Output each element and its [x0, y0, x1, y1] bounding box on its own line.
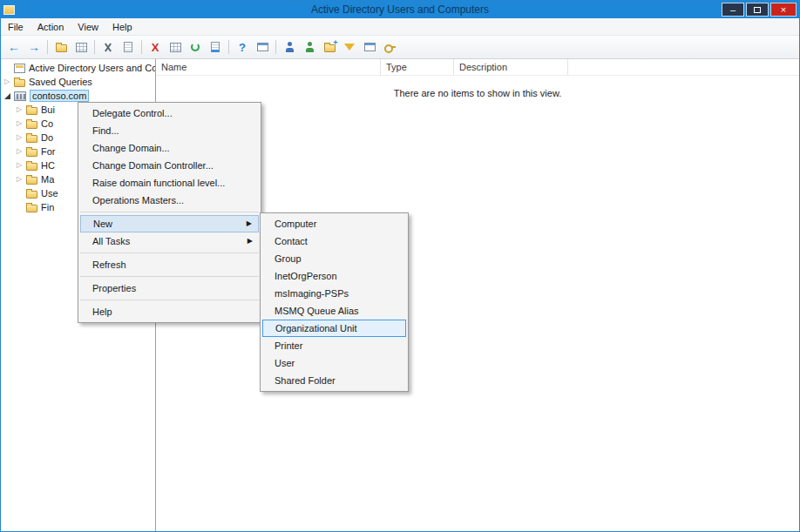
- submenu-item-computer[interactable]: Computer: [262, 215, 406, 232]
- chevron-right-icon[interactable]: ▷: [17, 162, 26, 169]
- tree-item-label: Co: [41, 118, 53, 129]
- restore-icon: [754, 7, 761, 13]
- submenu-item-msmq-queue-alias[interactable]: MSMQ Queue Alias: [262, 302, 406, 320]
- folder-icon: [26, 177, 37, 185]
- menu-view[interactable]: View: [71, 18, 105, 35]
- submenu-item-contact[interactable]: Contact: [262, 232, 406, 250]
- menu-help[interactable]: Help: [105, 18, 139, 35]
- list-view-button[interactable]: [166, 37, 185, 57]
- back-icon: ←: [8, 41, 20, 53]
- menu-file[interactable]: File: [1, 18, 31, 35]
- delete-button[interactable]: X: [146, 37, 165, 57]
- new-submenu: Computer Contact Group InetOrgPerson msI…: [260, 212, 409, 392]
- submenu-item-msimaging-psps[interactable]: msImaging-PSPs: [262, 285, 406, 302]
- minimize-icon: –: [730, 5, 736, 15]
- console-tree-button[interactable]: [71, 37, 91, 57]
- close-icon: ×: [781, 5, 786, 15]
- refresh-button[interactable]: [186, 37, 205, 57]
- chevron-right-icon[interactable]: ▷: [17, 134, 26, 141]
- list-view-icon: [170, 43, 181, 52]
- tree-item-label: Use: [41, 188, 58, 199]
- toolbar-separator: [275, 40, 276, 54]
- menu-item-find[interactable]: Find...: [80, 122, 259, 139]
- submenu-item-organizational-unit[interactable]: Organizational Unit: [262, 320, 406, 337]
- folder-icon: [14, 79, 25, 87]
- folder-icon: [26, 121, 37, 129]
- menu-item-change-domain-controller[interactable]: Change Domain Controller...: [80, 157, 259, 174]
- chevron-expanded-icon[interactable]: [4, 93, 10, 99]
- tree-item-root[interactable]: Active Directory Users and Com: [1, 61, 155, 75]
- submenu-arrow-icon: ▶: [247, 216, 252, 232]
- new-window-button[interactable]: [253, 37, 272, 57]
- chevron-right-icon[interactable]: ▷: [17, 106, 26, 113]
- new-ou-icon: [324, 44, 336, 52]
- chevron-right-icon[interactable]: ▷: [17, 120, 26, 127]
- close-button[interactable]: ×: [770, 3, 797, 17]
- submenu-item-shared-folder[interactable]: Shared Folder: [262, 372, 406, 389]
- menu-item-change-domain[interactable]: Change Domain...: [80, 139, 259, 157]
- refresh-icon: [191, 43, 200, 51]
- view-windows-button[interactable]: [360, 37, 379, 57]
- help-icon: ?: [239, 42, 246, 53]
- tree-item-label: HC: [41, 160, 55, 171]
- menu-separator: [80, 276, 259, 277]
- filter-button[interactable]: [340, 37, 359, 57]
- ou-folder-icon: [26, 135, 37, 143]
- tree-item-label: Ma: [41, 174, 54, 185]
- menu-item-operations-masters[interactable]: Operations Masters...: [80, 192, 259, 209]
- column-header-name[interactable]: Name: [156, 59, 381, 75]
- chevron-right-icon[interactable]: ▷: [4, 78, 14, 85]
- toolbar-separator: [94, 40, 95, 54]
- menu-item-delegate-control[interactable]: Delegate Control...: [80, 104, 259, 122]
- new-user-button[interactable]: [280, 37, 299, 57]
- new-user-icon: [286, 42, 294, 52]
- submenu-item-group[interactable]: Group: [262, 250, 406, 267]
- submenu-item-user[interactable]: User: [262, 354, 406, 372]
- new-window-icon: [257, 43, 268, 51]
- minimize-button[interactable]: –: [722, 3, 744, 17]
- menu-item-all-tasks[interactable]: All Tasks ▶: [80, 232, 259, 250]
- export-list-button[interactable]: [206, 37, 225, 57]
- column-header-description[interactable]: Description: [454, 59, 568, 75]
- menu-separator: [80, 212, 259, 212]
- chevron-right-icon[interactable]: ▷: [17, 148, 26, 155]
- new-group-button[interactable]: [300, 37, 319, 57]
- tree-item-label: For: [41, 146, 56, 157]
- submenu-item-inetorgperson[interactable]: InetOrgPerson: [262, 267, 406, 285]
- forward-button[interactable]: →: [24, 37, 44, 57]
- menu-action[interactable]: Action: [31, 18, 71, 35]
- console-root-icon: [14, 64, 25, 73]
- new-group-icon: [306, 42, 314, 52]
- help-button[interactable]: ?: [233, 37, 252, 57]
- tree-item-label: Fin: [41, 202, 54, 212]
- menu-item-new[interactable]: New ▶: [80, 215, 259, 232]
- menu-item-properties[interactable]: Properties: [80, 279, 259, 297]
- new-ou-button[interactable]: [320, 37, 339, 57]
- tree-item-label: Bui: [41, 104, 55, 115]
- window-controls: – ×: [721, 1, 799, 18]
- tree-item-saved-queries[interactable]: ▷ Saved Queries: [1, 75, 155, 89]
- window-title: Active Directory Users and Computers: [1, 3, 799, 16]
- menu-item-refresh[interactable]: Refresh: [80, 256, 259, 273]
- key-button[interactable]: [380, 37, 399, 57]
- column-header-type[interactable]: Type: [381, 59, 454, 75]
- restore-button[interactable]: [746, 3, 769, 17]
- tree-item-label-selected: contoso.com: [30, 90, 89, 102]
- tree-item-label: Saved Queries: [29, 77, 92, 87]
- tree-item-contoso-com[interactable]: contoso.com: [1, 89, 155, 103]
- menu-separator: [80, 253, 259, 253]
- toolbar-separator: [47, 40, 48, 54]
- menu-item-help[interactable]: Help: [80, 303, 259, 320]
- back-button[interactable]: ←: [4, 37, 24, 57]
- menu-item-raise-functional-level[interactable]: Raise domain functional level...: [80, 174, 259, 192]
- chevron-right-icon[interactable]: ▷: [17, 176, 26, 183]
- tree-item-label: Active Directory Users and Com: [29, 63, 155, 73]
- folder-icon: [26, 191, 37, 199]
- domain-icon: [14, 91, 26, 101]
- filter-icon: [344, 44, 355, 51]
- console-tree-icon: [76, 43, 87, 52]
- cut-button[interactable]: [98, 37, 118, 57]
- properties-doc-button[interactable]: [119, 37, 138, 57]
- up-one-level-button[interactable]: [51, 37, 71, 57]
- submenu-item-printer[interactable]: Printer: [262, 337, 406, 354]
